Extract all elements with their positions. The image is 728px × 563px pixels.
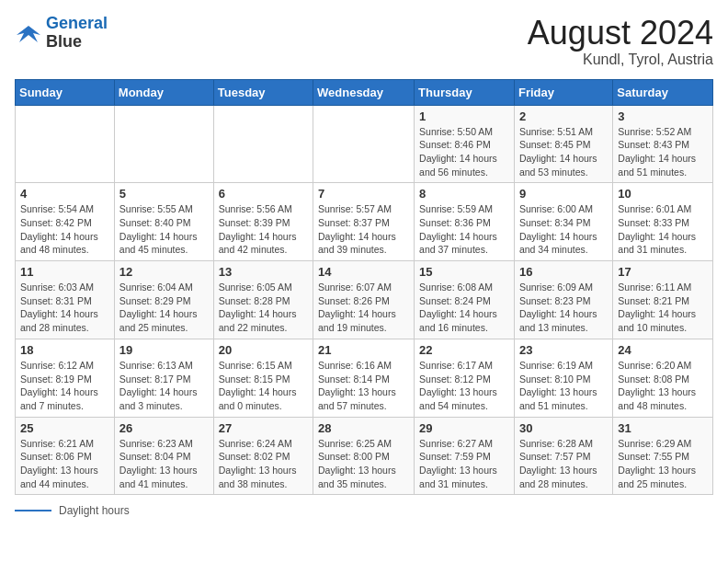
day-info: Sunrise: 6:19 AM Sunset: 8:10 PM Dayligh… (519, 359, 608, 413)
calendar-day-cell: 13Sunrise: 6:05 AM Sunset: 8:28 PM Dayli… (213, 261, 313, 339)
day-of-week-header: Saturday (613, 79, 713, 105)
calendar-day-cell: 26Sunrise: 6:23 AM Sunset: 8:04 PM Dayli… (114, 417, 213, 495)
calendar-day-cell: 5Sunrise: 5:55 AM Sunset: 8:40 PM Daylig… (114, 183, 213, 261)
day-info: Sunrise: 5:50 AM Sunset: 8:46 PM Dayligh… (419, 125, 509, 179)
day-info: Sunrise: 6:15 AM Sunset: 8:15 PM Dayligh… (219, 359, 308, 413)
day-info: Sunrise: 6:29 AM Sunset: 7:55 PM Dayligh… (618, 437, 708, 491)
day-number: 16 (519, 265, 608, 279)
day-number: 11 (20, 265, 109, 279)
calendar-day-cell: 1Sunrise: 5:50 AM Sunset: 8:46 PM Daylig… (415, 105, 515, 183)
day-number: 28 (318, 421, 409, 435)
day-number: 14 (318, 265, 409, 279)
day-info: Sunrise: 6:11 AM Sunset: 8:21 PM Dayligh… (618, 281, 708, 335)
day-of-week-header: Monday (114, 79, 213, 105)
calendar-day-cell: 8Sunrise: 5:59 AM Sunset: 8:36 PM Daylig… (415, 183, 515, 261)
calendar-day-cell: 14Sunrise: 6:07 AM Sunset: 8:26 PM Dayli… (313, 261, 415, 339)
day-info: Sunrise: 6:27 AM Sunset: 7:59 PM Dayligh… (419, 437, 509, 491)
footer-label: Daylight hours (59, 504, 130, 517)
calendar-day-cell: 7Sunrise: 5:57 AM Sunset: 8:37 PM Daylig… (313, 183, 415, 261)
calendar-day-cell: 12Sunrise: 6:04 AM Sunset: 8:29 PM Dayli… (114, 261, 213, 339)
day-info: Sunrise: 6:17 AM Sunset: 8:12 PM Dayligh… (419, 359, 509, 413)
day-number: 9 (519, 187, 608, 201)
day-number: 31 (618, 421, 708, 435)
calendar-day-cell: 16Sunrise: 6:09 AM Sunset: 8:23 PM Dayli… (514, 261, 612, 339)
day-number: 7 (318, 187, 409, 201)
day-number: 22 (419, 343, 509, 357)
calendar-day-cell: 20Sunrise: 6:15 AM Sunset: 8:15 PM Dayli… (213, 339, 313, 417)
day-number: 8 (419, 187, 509, 201)
day-number: 15 (419, 265, 509, 279)
day-of-week-header: Tuesday (213, 79, 313, 105)
logo-icon (15, 22, 42, 44)
day-info: Sunrise: 6:28 AM Sunset: 7:57 PM Dayligh… (519, 437, 608, 491)
day-info: Sunrise: 5:56 AM Sunset: 8:39 PM Dayligh… (219, 202, 308, 257)
calendar-week-row: 1Sunrise: 5:50 AM Sunset: 8:46 PM Daylig… (16, 105, 713, 183)
calendar-day-cell: 24Sunrise: 6:20 AM Sunset: 8:08 PM Dayli… (613, 339, 713, 417)
calendar-day-cell: 10Sunrise: 6:01 AM Sunset: 8:33 PM Dayli… (613, 183, 713, 261)
calendar-day-cell: 15Sunrise: 6:08 AM Sunset: 8:24 PM Dayli… (415, 261, 515, 339)
calendar-header: SundayMondayTuesdayWednesdayThursdayFrid… (16, 79, 713, 105)
calendar-day-cell (114, 105, 213, 183)
day-number: 21 (318, 343, 409, 357)
day-info: Sunrise: 6:20 AM Sunset: 8:08 PM Dayligh… (618, 359, 708, 413)
calendar-day-cell: 6Sunrise: 5:56 AM Sunset: 8:39 PM Daylig… (213, 183, 313, 261)
day-info: Sunrise: 6:07 AM Sunset: 8:26 PM Dayligh… (318, 281, 409, 335)
calendar-day-cell: 25Sunrise: 6:21 AM Sunset: 8:06 PM Dayli… (16, 417, 115, 495)
day-info: Sunrise: 6:13 AM Sunset: 8:17 PM Dayligh… (119, 359, 209, 413)
calendar-day-cell: 19Sunrise: 6:13 AM Sunset: 8:17 PM Dayli… (114, 339, 213, 417)
calendar-week-row: 25Sunrise: 6:21 AM Sunset: 8:06 PM Dayli… (16, 417, 713, 495)
day-number: 2 (519, 109, 608, 123)
day-info: Sunrise: 6:25 AM Sunset: 8:00 PM Dayligh… (318, 437, 409, 491)
page-header: GeneralBlue August 2024 Kundl, Tyrol, Au… (15, 15, 713, 68)
calendar-title: August 2024 (528, 15, 713, 52)
day-number: 26 (119, 421, 209, 435)
day-of-week-header: Wednesday (313, 79, 415, 105)
calendar-day-cell: 23Sunrise: 6:19 AM Sunset: 8:10 PM Dayli… (514, 339, 612, 417)
day-number: 27 (219, 421, 308, 435)
calendar-day-cell: 31Sunrise: 6:29 AM Sunset: 7:55 PM Dayli… (613, 417, 713, 495)
day-info: Sunrise: 5:52 AM Sunset: 8:43 PM Dayligh… (618, 125, 708, 179)
day-info: Sunrise: 6:03 AM Sunset: 8:31 PM Dayligh… (20, 281, 109, 335)
day-number: 10 (618, 187, 708, 201)
calendar-day-cell: 3Sunrise: 5:52 AM Sunset: 8:43 PM Daylig… (613, 105, 713, 183)
calendar-week-row: 18Sunrise: 6:12 AM Sunset: 8:19 PM Dayli… (16, 339, 713, 417)
day-info: Sunrise: 5:55 AM Sunset: 8:40 PM Dayligh… (119, 202, 209, 257)
day-number: 4 (20, 187, 109, 201)
day-number: 30 (519, 421, 608, 435)
calendar-day-cell: 21Sunrise: 6:16 AM Sunset: 8:14 PM Dayli… (313, 339, 415, 417)
day-number: 19 (119, 343, 209, 357)
day-number: 13 (219, 265, 308, 279)
day-info: Sunrise: 6:00 AM Sunset: 8:34 PM Dayligh… (519, 202, 608, 257)
calendar-day-cell: 28Sunrise: 6:25 AM Sunset: 8:00 PM Dayli… (313, 417, 415, 495)
day-number: 18 (20, 343, 109, 357)
calendar-day-cell: 29Sunrise: 6:27 AM Sunset: 7:59 PM Dayli… (415, 417, 515, 495)
day-number: 24 (618, 343, 708, 357)
svg-marker-0 (17, 26, 40, 42)
day-number: 23 (519, 343, 608, 357)
calendar-day-cell: 4Sunrise: 5:54 AM Sunset: 8:42 PM Daylig… (16, 183, 115, 261)
day-info: Sunrise: 5:51 AM Sunset: 8:45 PM Dayligh… (519, 125, 608, 179)
day-number: 5 (119, 187, 209, 201)
calendar-week-row: 11Sunrise: 6:03 AM Sunset: 8:31 PM Dayli… (16, 261, 713, 339)
day-info: Sunrise: 6:21 AM Sunset: 8:06 PM Dayligh… (20, 437, 109, 491)
calendar-body: 1Sunrise: 5:50 AM Sunset: 8:46 PM Daylig… (16, 105, 713, 495)
calendar-day-cell: 18Sunrise: 6:12 AM Sunset: 8:19 PM Dayli… (16, 339, 115, 417)
calendar-day-cell: 22Sunrise: 6:17 AM Sunset: 8:12 PM Dayli… (415, 339, 515, 417)
day-number: 1 (419, 109, 509, 123)
day-number: 12 (119, 265, 209, 279)
day-info: Sunrise: 6:04 AM Sunset: 8:29 PM Dayligh… (119, 281, 209, 335)
day-info: Sunrise: 6:16 AM Sunset: 8:14 PM Dayligh… (318, 359, 409, 413)
day-number: 29 (419, 421, 509, 435)
day-info: Sunrise: 6:24 AM Sunset: 8:02 PM Dayligh… (219, 437, 308, 491)
day-info: Sunrise: 6:09 AM Sunset: 8:23 PM Dayligh… (519, 281, 608, 335)
calendar-day-cell: 30Sunrise: 6:28 AM Sunset: 7:57 PM Dayli… (514, 417, 612, 495)
day-number: 17 (618, 265, 708, 279)
calendar-day-cell: 11Sunrise: 6:03 AM Sunset: 8:31 PM Dayli… (16, 261, 115, 339)
day-number: 20 (219, 343, 308, 357)
day-info: Sunrise: 6:01 AM Sunset: 8:33 PM Dayligh… (618, 202, 708, 257)
title-block: August 2024 Kundl, Tyrol, Austria (528, 15, 713, 68)
day-number: 3 (618, 109, 708, 123)
day-info: Sunrise: 5:57 AM Sunset: 8:37 PM Dayligh… (318, 202, 409, 257)
day-of-week-header: Thursday (415, 79, 515, 105)
calendar-day-cell (213, 105, 313, 183)
